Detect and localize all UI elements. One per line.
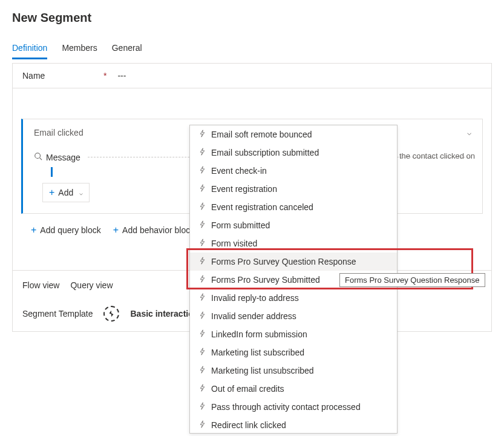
connector-tick (51, 167, 53, 177)
dropdown-item-label: Marketing list subscribed (211, 348, 304, 357)
dropdown-item-label: Event registration (211, 184, 277, 194)
dropdown-item-label: Form submitted (211, 220, 270, 230)
dropdown-item-label: Forms Pro Survey Submitted (211, 275, 320, 285)
block-title: Email clicked (34, 128, 83, 137)
tab-members[interactable]: Members (62, 39, 97, 59)
dropdown-item-label: Out of email credits (211, 384, 284, 394)
plus-icon: + (49, 187, 54, 198)
flow-view-button[interactable]: Flow view (22, 280, 59, 290)
required-marker: * (103, 71, 106, 81)
lightning-icon (198, 329, 206, 339)
tab-definition[interactable]: Definition (12, 39, 47, 59)
dropdown-item-label: Email subscription submitted (211, 148, 319, 157)
lightning-icon (198, 293, 206, 303)
lightning-icon (198, 384, 206, 394)
svg-point-0 (35, 153, 41, 159)
lightning-icon (198, 366, 206, 375)
lightning-icon (198, 420, 206, 430)
add-behavior-block-button[interactable]: + Add behavior block (113, 225, 194, 236)
dropdown-item-label: Pass through activity contact processed (211, 402, 361, 412)
dropdown-item[interactable]: Event registration canceled (190, 198, 397, 216)
lightning-icon (198, 348, 206, 357)
dropdown-item[interactable]: Pass through activity contact processed (190, 398, 397, 416)
dropdown-item-label: LinkedIn form submission (211, 329, 307, 339)
template-name[interactable]: Basic interaction (130, 309, 198, 319)
add-condition-button[interactable]: + Add ⌵ (42, 183, 90, 202)
tab-general[interactable]: General (112, 39, 142, 59)
dropdown-item[interactable]: Invalid reply-to address (190, 289, 397, 307)
add-query-block-button[interactable]: + Add query block (31, 225, 101, 236)
search-icon (34, 152, 42, 162)
chevron-down-icon[interactable]: ⌵ (467, 128, 471, 137)
dropdown-item-label: Email soft remote bounced (211, 130, 312, 139)
dropdown-item-label: Invalid reply-to address (211, 293, 299, 303)
dropdown-item-label: Event check-in (211, 166, 267, 176)
dropdown-item-label: Form visited (211, 239, 257, 248)
dropdown-item[interactable]: Forms Pro Survey Question Response (190, 253, 397, 271)
dropdown-item[interactable]: Event check-in (190, 162, 397, 180)
plus-icon: + (31, 225, 36, 236)
lightning-icon (198, 257, 206, 266)
add-label: Add (58, 188, 73, 197)
tab-bar: Definition Members General (12, 39, 492, 59)
dropdown-item[interactable]: Invalid sender address (190, 307, 397, 325)
lightning-icon (198, 402, 206, 412)
page-title: New Segment (12, 11, 492, 25)
add-behavior-block-label: Add behavior block (122, 225, 194, 235)
lightning-icon (198, 166, 206, 176)
dropdown-item-label: Redirect link clicked (211, 420, 286, 430)
dropdown-item-label: Marketing list unsubscribed (211, 366, 314, 375)
query-view-button[interactable]: Query view (70, 280, 113, 290)
dropdown-item[interactable]: Form submitted (190, 216, 397, 234)
name-value[interactable]: --- (117, 71, 126, 81)
dropdown-item[interactable]: Event registration (190, 180, 397, 198)
svg-line-1 (40, 158, 42, 160)
lightning-icon (198, 130, 206, 139)
dropdown-item[interactable]: Form visited (190, 234, 397, 253)
name-field-row: Name * --- (13, 64, 491, 88)
dropdown-item[interactable]: LinkedIn form submission (190, 325, 397, 343)
dropdown-item-label: Event registration canceled (211, 202, 313, 212)
dropdown-item[interactable]: Email subscription submitted (190, 144, 397, 162)
dropdown-item[interactable]: Marketing list subscribed (190, 343, 397, 362)
dropdown-item[interactable]: Out of email credits (190, 380, 397, 398)
dropdown-item[interactable]: Redirect link clicked (190, 416, 397, 434)
tooltip: Forms Pro Survey Question Response (339, 273, 485, 287)
lightning-icon (198, 220, 206, 230)
name-label: Name (22, 71, 101, 81)
lightning-icon (198, 275, 206, 285)
lightning-icon (198, 311, 206, 321)
plus-icon: + (113, 225, 119, 236)
dropdown-item[interactable]: Marketing list unsubscribed (190, 362, 397, 380)
lightning-icon (198, 202, 206, 212)
condition-label[interactable]: Message (46, 153, 80, 162)
dropdown-item[interactable]: Email soft remote bounced (190, 125, 397, 144)
add-query-block-label: Add query block (40, 225, 100, 235)
lightning-icon (198, 239, 206, 248)
template-label: Segment Template (22, 309, 93, 319)
template-icon (103, 306, 119, 322)
lightning-icon (198, 148, 206, 157)
dropdown-item-label: Invalid sender address (211, 311, 296, 321)
lightning-icon (198, 184, 206, 194)
chevron-down-icon: ⌵ (79, 190, 83, 196)
dropdown-item-label: Forms Pro Survey Question Response (211, 257, 356, 266)
